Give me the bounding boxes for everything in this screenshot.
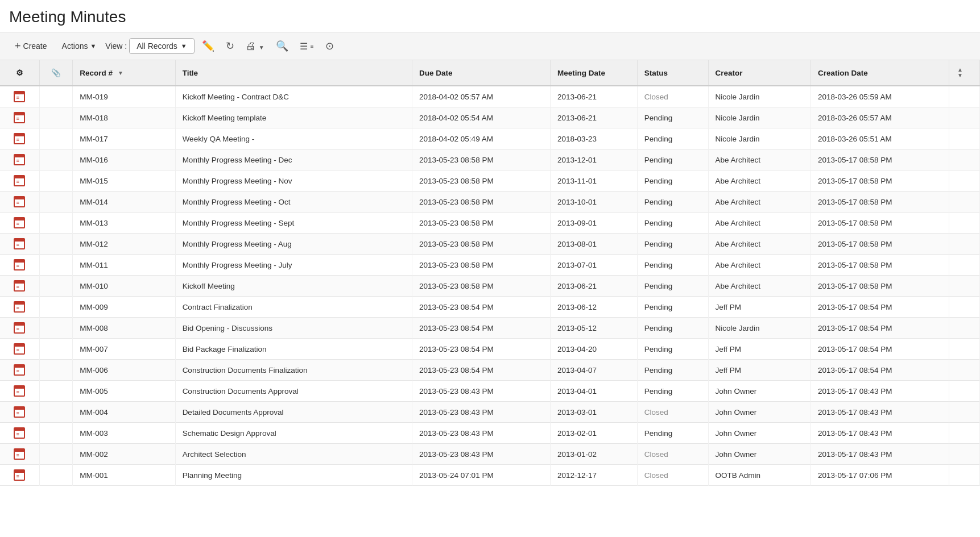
col-duedate-label: Due Date xyxy=(419,69,453,77)
creation-date: 2013-05-17 08:54 PM xyxy=(811,318,949,339)
table-row[interactable]: MM-007Bid Package Finalization2013-05-23… xyxy=(0,339,980,360)
record-title[interactable]: Construction Documents Approval xyxy=(175,381,412,402)
col-title-header[interactable]: Title xyxy=(175,60,412,86)
attach-cell xyxy=(39,255,72,276)
record-number[interactable]: MM-012 xyxy=(73,234,175,255)
status: Pending xyxy=(637,318,708,339)
col-title-label: Title xyxy=(183,69,199,77)
table-row[interactable]: MM-009Contract Finalization2013-05-23 08… xyxy=(0,297,980,318)
col-creator-header[interactable]: Creator xyxy=(708,60,811,86)
sort-cell xyxy=(949,339,979,360)
table-row[interactable]: MM-019Kickoff Meeting - Contract D&C2018… xyxy=(0,86,980,107)
table-row[interactable]: MM-010Kickoff Meeting2013-05-23 08:58 PM… xyxy=(0,276,980,297)
calendar-icon xyxy=(14,175,25,186)
record-number[interactable]: MM-019 xyxy=(73,86,175,107)
table-row[interactable]: MM-003Schematic Design Approval2013-05-2… xyxy=(0,423,980,444)
record-title[interactable]: Kickoff Meeting template xyxy=(175,107,412,128)
record-title[interactable]: Monthly Progress Meeting - Dec xyxy=(175,149,412,170)
record-number[interactable]: MM-014 xyxy=(73,192,175,213)
record-number[interactable]: MM-016 xyxy=(73,149,175,170)
table-row[interactable]: MM-004Detailed Documents Approval2013-05… xyxy=(0,402,980,423)
table-row[interactable]: MM-005Construction Documents Approval201… xyxy=(0,381,980,402)
table-row[interactable]: MM-006Construction Documents Finalizatio… xyxy=(0,360,980,381)
table-row[interactable]: MM-002Architect Selection2013-05-23 08:4… xyxy=(0,444,980,465)
record-number[interactable]: MM-005 xyxy=(73,381,175,402)
meeting-date: 2013-01-02 xyxy=(550,444,637,465)
record-title[interactable]: Monthly Progress Meeting - July xyxy=(175,255,412,276)
status: Pending xyxy=(637,360,708,381)
record-number[interactable]: MM-017 xyxy=(73,128,175,149)
help-icon-button[interactable]: ⊙ xyxy=(321,37,338,55)
record-number[interactable]: MM-007 xyxy=(73,339,175,360)
due-date: 2013-05-23 08:58 PM xyxy=(412,213,551,234)
attach-cell xyxy=(39,192,72,213)
col-sort-header[interactable]: ▲ ▼ xyxy=(949,60,979,86)
record-title[interactable]: Monthly Progress Meeting - Nov xyxy=(175,170,412,192)
record-title[interactable]: Kickoff Meeting - Contract D&C xyxy=(175,86,412,107)
record-number[interactable]: MM-006 xyxy=(73,360,175,381)
status: Pending xyxy=(637,192,708,213)
table-row[interactable]: MM-013Monthly Progress Meeting - Sept201… xyxy=(0,213,980,234)
status: Pending xyxy=(637,339,708,360)
col-creationdate-header[interactable]: Creation Date xyxy=(811,60,949,86)
filter-icon-button[interactable]: ☰ ≡ xyxy=(296,38,318,55)
col-meetingdate-header[interactable]: Meeting Date xyxy=(550,60,637,86)
record-title[interactable]: Weekly QA Meeting - xyxy=(175,128,412,149)
table-row[interactable]: MM-011Monthly Progress Meeting - July201… xyxy=(0,255,980,276)
record-title[interactable]: Detailed Documents Approval xyxy=(175,402,412,423)
record-number[interactable]: MM-004 xyxy=(73,402,175,423)
status: Pending xyxy=(637,128,708,149)
table-row[interactable]: MM-017Weekly QA Meeting -2018-04-02 05:4… xyxy=(0,128,980,149)
record-title[interactable]: Kickoff Meeting xyxy=(175,276,412,297)
actions-button[interactable]: Actions ▼ xyxy=(56,39,102,53)
table-row[interactable]: MM-015Monthly Progress Meeting - Nov2013… xyxy=(0,170,980,192)
record-number[interactable]: MM-011 xyxy=(73,255,175,276)
meeting-date: 2013-03-01 xyxy=(550,402,637,423)
record-number[interactable]: MM-008 xyxy=(73,318,175,339)
table-row[interactable]: MM-012Monthly Progress Meeting - Aug2013… xyxy=(0,234,980,255)
edit-icon-button[interactable]: ✏️ xyxy=(198,37,218,55)
col-duedate-header[interactable]: Due Date xyxy=(412,60,551,86)
create-button[interactable]: + Create xyxy=(9,38,53,55)
table-row[interactable]: MM-014Monthly Progress Meeting - Oct2013… xyxy=(0,192,980,213)
table-row[interactable]: MM-001Planning Meeting2013-05-24 07:01 P… xyxy=(0,465,980,486)
refresh-icon-button[interactable]: ↻ xyxy=(222,37,238,55)
table-row[interactable]: MM-008Bid Opening - Discussions2013-05-2… xyxy=(0,318,980,339)
record-number[interactable]: MM-010 xyxy=(73,276,175,297)
col-record-header[interactable]: Record # ▼ xyxy=(73,60,175,86)
record-number[interactable]: MM-018 xyxy=(73,107,175,128)
record-number[interactable]: MM-003 xyxy=(73,423,175,444)
record-title[interactable]: Planning Meeting xyxy=(175,465,412,486)
record-title[interactable]: Construction Documents Finalization xyxy=(175,360,412,381)
print-icon-button[interactable]: 🖨 ▼ xyxy=(242,38,268,55)
record-title[interactable]: Monthly Progress Meeting - Aug xyxy=(175,234,412,255)
record-title[interactable]: Bid Opening - Discussions xyxy=(175,318,412,339)
record-number[interactable]: MM-009 xyxy=(73,297,175,318)
creation-date: 2018-03-26 05:57 AM xyxy=(811,107,949,128)
record-title[interactable]: Monthly Progress Meeting - Sept xyxy=(175,213,412,234)
record-title[interactable]: Bid Package Finalization xyxy=(175,339,412,360)
paperclip-icon: 📎 xyxy=(51,69,61,77)
table-row[interactable]: MM-016Monthly Progress Meeting - Dec2013… xyxy=(0,149,980,170)
record-title[interactable]: Architect Selection xyxy=(175,444,412,465)
settings-icon[interactable]: ⚙ xyxy=(16,69,23,77)
actions-label: Actions xyxy=(62,41,88,51)
sort-button[interactable]: ▲ ▼ xyxy=(956,66,973,80)
creation-date: 2013-05-17 08:43 PM xyxy=(811,402,949,423)
record-number[interactable]: MM-013 xyxy=(73,213,175,234)
record-title[interactable]: Contract Finalization xyxy=(175,297,412,318)
record-title[interactable]: Monthly Progress Meeting - Oct xyxy=(175,192,412,213)
record-number[interactable]: MM-002 xyxy=(73,444,175,465)
record-number[interactable]: MM-001 xyxy=(73,465,175,486)
sort-cell xyxy=(949,213,979,234)
record-title[interactable]: Schematic Design Approval xyxy=(175,423,412,444)
col-record-label: Record # xyxy=(80,69,113,77)
col-status-header[interactable]: Status xyxy=(637,60,708,86)
creator: Abe Architect xyxy=(708,213,811,234)
view-dropdown[interactable]: All Records ▼ xyxy=(129,38,194,54)
record-number[interactable]: MM-015 xyxy=(73,170,175,192)
table-row[interactable]: MM-018Kickoff Meeting template2018-04-02… xyxy=(0,107,980,128)
calendar-icon xyxy=(14,322,25,334)
creator: Jeff PM xyxy=(708,339,811,360)
search-icon-button[interactable]: 🔍 xyxy=(272,37,292,55)
